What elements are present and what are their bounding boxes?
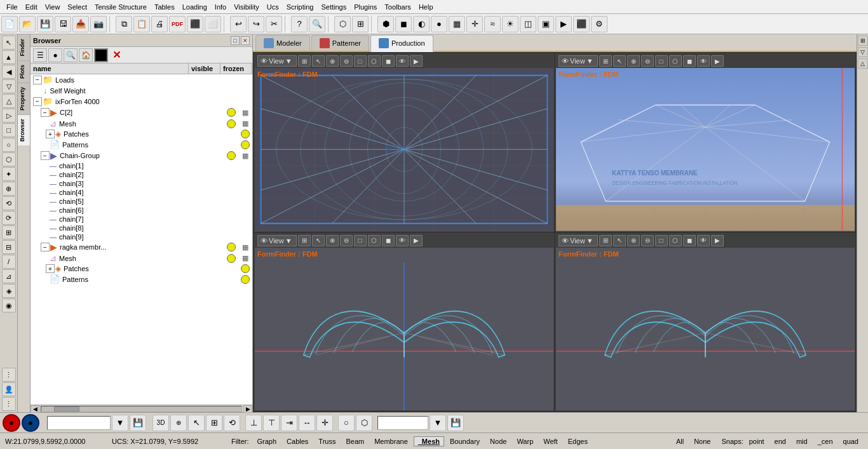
export-btn[interactable]: ⬛ [187,16,203,32]
vp2-btn9[interactable]: ▶ [711,55,724,67]
vp3-btn9[interactable]: ▶ [410,235,423,246]
left-icon-1[interactable]: ↖ [2,36,16,50]
tree-item-patches1[interactable]: + ◈ Patches [31,129,252,139]
side-tab-browser[interactable]: Browser [18,114,30,145]
tree-item-chain7[interactable]: — chain[7] [31,215,252,224]
vp3-btn7[interactable]: ◼ [382,235,395,246]
vp4-btn3[interactable]: ⊕ [627,235,640,246]
filter-warp[interactable]: Warp [512,436,538,446]
stop-btn[interactable]: ⬛ [573,16,590,32]
vp4-btn8[interactable]: 👁 [697,235,710,246]
tree-item-chain5[interactable]: — chain[5] [31,197,252,206]
vp3-btn4[interactable]: ⊖ [340,235,353,246]
tree-item-chain3[interactable]: — chain[3] [31,179,252,188]
tree-item-ixforten[interactable]: − 📁 ixForTen 4000 [31,96,252,107]
left-icon-16[interactable]: / [2,255,16,269]
patterns2-vis[interactable] [238,275,252,284]
tree-item-chain6[interactable]: — chain[6] [31,206,252,215]
import-btn[interactable]: 📥 [72,16,89,32]
scroll-right-btn[interactable]: ▶ [243,405,252,413]
texture-btn[interactable]: ▦ [449,16,465,32]
ragka-frz[interactable]: ▦ [238,243,252,251]
filter-cables[interactable]: Cables [282,436,313,446]
render-btn[interactable]: ● [431,16,447,32]
save-btn[interactable]: 💾 [37,16,53,32]
vp2-btn7[interactable]: ◼ [683,55,696,67]
menu-select[interactable]: Select [64,2,91,12]
vp1-btn3[interactable]: ⊕ [326,55,339,67]
h-scrollbar[interactable]: ◀ ▶ [31,405,252,412]
menu-plugins[interactable]: Plugins [350,2,381,12]
menu-loading[interactable]: Loading [179,2,211,12]
tree-item-selfweight[interactable]: ↓ Self Weight [31,85,252,96]
tree-item-patches2[interactable]: + ◈ Patches [31,264,252,274]
bg-btn[interactable]: ▣ [538,16,554,32]
tree-item-chain4[interactable]: — chain[4] [31,188,252,197]
side-tab-property[interactable]: Property [18,83,30,114]
tab-modeler[interactable]: Modeler [255,35,310,51]
color-remove-btn[interactable]: ✕ [109,48,123,62]
menu-visibility[interactable]: Visibility [230,2,263,12]
tree-item-chain1[interactable]: — chain[1] [31,161,252,170]
vp4-btn4[interactable]: ⊖ [641,235,654,246]
bt-move-btn[interactable]: ↖ [188,415,205,431]
filter-membrane[interactable]: Membrane [370,436,412,446]
shade-btn[interactable]: ◐ [413,16,430,32]
side-tab-plots[interactable]: Plots [18,60,30,83]
tree-item-chain9[interactable]: — chain[9] [31,232,252,241]
c2-vis[interactable] [224,108,238,117]
filter-graph[interactable]: Graph [253,436,281,446]
menu-view[interactable]: View [41,2,64,12]
patches1-vis[interactable] [238,130,252,138]
menu-toolbars[interactable]: Toolbars [381,2,415,12]
chaingroup-frz[interactable]: ▦ [238,152,252,160]
left-icon-4[interactable]: ▽ [2,79,16,93]
bt-scale-btn[interactable]: ⊞ [206,415,222,431]
left-icon-12[interactable]: ⟲ [2,196,16,210]
vp1-btn7[interactable]: ◼ [382,55,395,67]
tree-item-loads[interactable]: − 📁 Loads [31,74,252,85]
print-btn[interactable]: 🖨 [151,16,168,32]
redo-btn[interactable]: ↪ [248,16,264,32]
vp4-view-dropdown[interactable]: 👁 View ▼ [559,235,598,246]
tree-item-c2[interactable]: − ▶ C[2] ▦ [31,107,252,118]
vp1-btn4[interactable]: ⊖ [340,55,353,67]
bt-btn1[interactable]: ● [3,414,20,432]
menu-file[interactable]: File [3,2,22,12]
bt-coord-arrow[interactable]: ▼ [430,415,446,431]
scroll-left-btn[interactable]: ◀ [31,405,39,413]
vp1-btn6[interactable]: ⬡ [368,55,381,67]
right-icon-2[interactable]: ▽ [858,47,868,57]
expand-c2[interactable]: − [41,108,50,117]
water-btn[interactable]: ≈ [484,16,501,32]
left-icon-8[interactable]: ○ [2,138,16,152]
vp3-btn2[interactable]: ↖ [312,235,325,246]
bt-dist-btn[interactable]: ↔ [299,415,315,431]
expand-ixforten[interactable]: − [33,97,42,106]
help-btn[interactable]: ? [291,16,308,32]
expand-patches1[interactable]: + [46,130,55,138]
mesh1-frz[interactable]: ▦ [238,119,252,128]
vp2-btn6[interactable]: ⬡ [669,55,682,67]
select-none-btn[interactable]: None [689,436,715,446]
pdf-btn[interactable]: PDF [169,16,186,32]
vp2-view-dropdown[interactable]: 👁 View ▼ [559,55,598,67]
left-icon-2[interactable]: ▲ [2,50,16,64]
undo-btn[interactable]: ↩ [230,16,247,32]
browser-list-icon[interactable]: ☰ [33,48,47,62]
vp2-btn4[interactable]: ⊖ [641,55,654,67]
config-btn[interactable]: ⚙ [591,16,607,32]
scroll-track[interactable] [41,406,242,412]
left-icon-11[interactable]: ⊕ [2,182,16,196]
cube-btn[interactable]: ⬡ [334,16,351,32]
menu-tensile[interactable]: Tensile Structure [91,2,151,12]
filter-node[interactable]: Node [485,436,511,446]
vp2-btn2[interactable]: ↖ [613,55,626,67]
snap-end[interactable]: end [770,436,790,446]
right-icon-3[interactable]: △ [858,58,868,69]
filter-edges[interactable]: Edges [564,436,592,446]
expand-chaingroup[interactable]: − [41,151,50,160]
snap-quad[interactable]: quad [839,436,863,446]
select-all-btn[interactable]: All [672,436,688,446]
menu-tables[interactable]: Tables [151,2,179,12]
